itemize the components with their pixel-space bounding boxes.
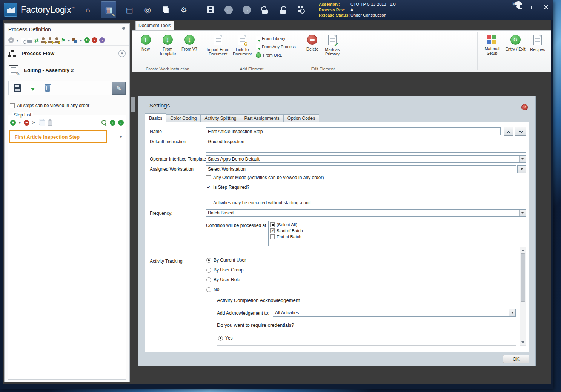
process-flow-row[interactable]: Process Flow [5,46,129,61]
recipes-button[interactable]: Recipes [527,32,548,66]
default-instruction-textarea[interactable]: Guided Inspection [206,138,526,153]
any-order-mode-row[interactable]: Any Order Mode (Activities can be viewed… [206,175,324,180]
entry-exit-button[interactable]: Entry / Exit [504,32,527,66]
tracking-no[interactable]: No [206,287,219,292]
step-chevron-icon[interactable] [120,133,122,139]
caret-down-icon[interactable] [79,37,82,43]
move-down-icon[interactable] [118,120,124,126]
activities-without-unit-checkbox[interactable] [206,201,211,205]
maximize-button[interactable] [529,4,537,11]
unlock-icon[interactable] [260,4,270,15]
keyboard-icon[interactable] [504,127,513,136]
by-user-role-radio[interactable] [206,277,211,282]
user-config-icon[interactable] [48,37,52,43]
dialog-close-icon[interactable] [521,104,528,110]
is-step-required-checkbox[interactable] [206,185,211,190]
record-icon[interactable] [92,37,97,43]
document-list-icon[interactable] [124,4,134,15]
all-steps-checkbox-row[interactable]: All steps can be viewed in any order [10,103,89,108]
condition-listbox[interactable]: (Select All) Start of Batch End of Batch [268,221,306,246]
add-icon[interactable] [8,37,14,43]
find-step-icon[interactable] [101,119,107,126]
export-icon[interactable] [27,83,38,94]
paste-icon[interactable] [48,119,52,126]
frequency-select[interactable]: Batch Based [206,209,526,217]
is-step-required-row[interactable]: Is Step Required? [206,185,249,190]
condition-option-select-all[interactable]: (Select All) [270,222,304,227]
chevron-down-icon[interactable] [509,309,515,316]
scroll-down-icon[interactable] [520,340,526,345]
chevron-down-icon[interactable] [519,210,526,216]
from-library-button[interactable]: From Library [256,36,296,41]
save-process-icon[interactable] [12,83,23,94]
link-to-document-button[interactable]: Link To Document [230,32,254,66]
scroll-up-icon[interactable] [520,247,526,253]
ok-button[interactable]: OK [503,355,529,363]
start-of-batch-checkbox[interactable] [270,228,275,233]
cut-icon[interactable] [32,119,36,126]
lock-icon[interactable] [278,4,288,15]
move-up-icon[interactable] [110,120,115,126]
caret-down-icon[interactable] [67,37,70,43]
add-step-icon[interactable] [10,120,16,126]
copy-icon[interactable] [39,119,45,126]
share-icon[interactable] [61,37,66,43]
end-of-batch-checkbox[interactable] [270,234,275,239]
from-template-button[interactable]: From Template [157,32,178,66]
print-preview-icon[interactable] [21,37,25,43]
vertical-scrollbar[interactable] [520,247,526,346]
remove-step-icon[interactable] [24,120,29,126]
tracking-by-current-user[interactable]: By Current User [206,257,246,263]
info-icon[interactable]: i [99,37,105,43]
caret-down-icon[interactable] [18,119,21,126]
from-v7-button[interactable]: From V7 [178,32,200,66]
palette-icon[interactable] [72,37,77,43]
pin-icon[interactable] [122,27,126,32]
minimize-button[interactable] [516,4,524,11]
tracking-by-user-group[interactable]: By User Group [206,267,243,273]
transfer-icon[interactable] [34,37,39,43]
tracking-by-user-role[interactable]: By User Role [206,277,240,282]
caret-down-icon[interactable] [16,37,19,43]
from-url-button[interactable]: From URL [256,52,296,58]
select-all-checkbox[interactable] [270,222,275,227]
any-order-mode-checkbox[interactable] [206,175,211,180]
flow-search-icon[interactable] [296,4,306,15]
activities-without-unit-row[interactable]: Activities may be executed without start… [206,200,311,205]
assigned-workstation-dropdown-icon[interactable] [517,165,526,173]
step-list-item-selected[interactable]: First Article Inspection Step [9,130,107,143]
all-steps-checkbox[interactable] [10,103,15,108]
no-radio[interactable] [206,287,211,292]
print-icon[interactable] [27,37,32,43]
by-user-group-radio[interactable] [206,268,211,273]
tab-option-codes[interactable]: Option Codes [284,114,319,122]
close-button[interactable] [542,4,550,11]
tab-activity-splitting[interactable]: Activity Splitting [201,114,240,122]
scrollbar-thumb[interactable] [521,253,525,302]
mark-as-primary-button[interactable]: Mark as Primary [322,32,343,66]
chevron-down-icon[interactable] [519,156,526,162]
yes-radio[interactable] [218,336,223,341]
condition-option-start-of-batch[interactable]: Start of Batch [270,228,304,233]
process-editor-icon[interactable] [101,1,116,18]
delete-button[interactable]: Delete [303,32,322,66]
import-from-document-button[interactable]: Import From Document [206,32,230,66]
add-ack-select[interactable]: All Activities [273,309,516,317]
tab-document-tools[interactable]: Document Tools [135,21,174,30]
user-edit-icon[interactable] [41,37,46,43]
copy-pages-icon[interactable] [161,4,171,15]
edit-pencil-icon[interactable] [112,82,126,95]
collapse-chevron-icon[interactable] [118,50,126,57]
save-icon[interactable] [206,4,215,15]
assigned-workstation-input[interactable] [206,165,516,173]
refresh-icon[interactable] [84,37,90,43]
from-any-process-button[interactable]: From Any Process [256,44,296,49]
delete-trash-icon[interactable] [42,83,53,94]
tab-color-coding[interactable]: Color Coding [166,114,201,122]
tab-part-assignments[interactable]: Part Assignments [240,114,283,122]
material-setup-button[interactable]: Material Setup [480,32,504,66]
home-icon[interactable] [83,4,93,15]
redo-icon[interactable] [242,4,252,15]
gear-icon[interactable] [179,4,189,15]
credentials-yes-row[interactable]: Yes [218,335,233,341]
